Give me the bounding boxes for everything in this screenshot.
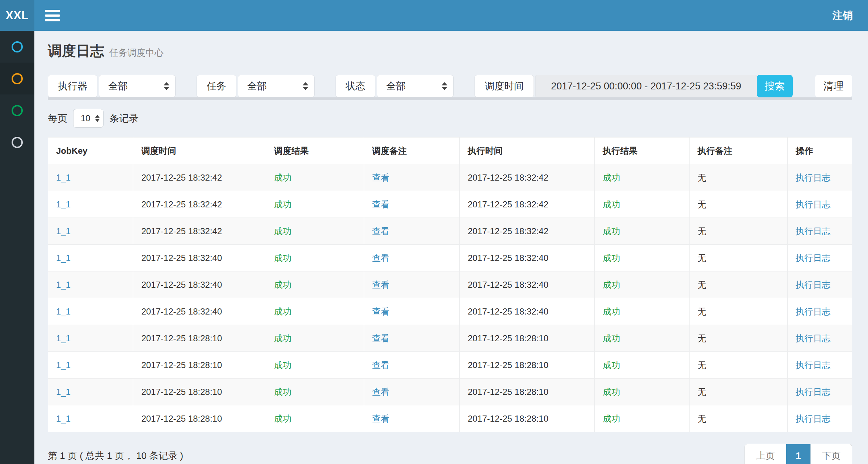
table-row: 1_12017-12-25 18:32:40成功查看2017-12-25 18:… (48, 245, 852, 271)
sidebar-item-job-manage[interactable] (0, 94, 34, 126)
executor-select-value: 全部 (108, 80, 128, 93)
jobkey-link-cell: 1_1 (48, 218, 133, 245)
trigger-msg-link-cell: 查看 (364, 405, 459, 432)
jobkey-link[interactable]: 1_1 (56, 414, 71, 423)
execution-log-link[interactable]: 执行日志 (796, 280, 830, 290)
prev-page-button[interactable]: 上页 (745, 444, 786, 464)
sidebar-item-executor[interactable] (0, 126, 34, 158)
execution-log-link-cell: 执行日志 (788, 405, 852, 432)
execution-log-link-cell: 执行日志 (788, 245, 852, 271)
handle-msg-cell: 无 (690, 191, 788, 218)
trigger-time-cell: 2017-12-25 18:28:10 (133, 405, 266, 432)
handle-time-cell: 2017-12-25 18:32:42 (460, 191, 595, 218)
jobkey-link-cell: 1_1 (48, 405, 133, 432)
handle-result-cell: 成功 (595, 245, 690, 271)
jobkey-link[interactable]: 1_1 (56, 173, 71, 182)
hamburger-icon (45, 19, 60, 21)
jobkey-link[interactable]: 1_1 (56, 280, 71, 290)
trigger-msg-link-cell: 查看 (364, 298, 459, 325)
execution-log-link[interactable]: 执行日志 (796, 253, 830, 263)
handle-time-cell: 2017-12-25 18:28:10 (460, 325, 595, 352)
trigger-msg-link-cell: 查看 (364, 218, 459, 245)
jobkey-link[interactable]: 1_1 (56, 199, 71, 209)
page-size-suffix: 条记录 (109, 112, 139, 125)
trigger-msg-link[interactable]: 查看 (372, 199, 389, 209)
trigger-result-cell: 成功 (266, 245, 364, 271)
clear-button[interactable]: 清理 (815, 75, 852, 97)
trigger-msg-link[interactable]: 查看 (372, 173, 389, 182)
status-filter-group: 状态 全部 (336, 75, 454, 97)
handle-result-cell: 成功 (595, 164, 690, 191)
next-page-button[interactable]: 下页 (810, 444, 852, 464)
select-stepper-icon (303, 82, 308, 90)
trigger-msg-link[interactable]: 查看 (372, 360, 389, 370)
sidebar-toggle-button[interactable] (34, 0, 71, 31)
table-row: 1_12017-12-25 18:32:40成功查看2017-12-25 18:… (48, 271, 852, 298)
jobkey-link[interactable]: 1_1 (56, 333, 71, 343)
current-page-button[interactable]: 1 (786, 444, 810, 464)
trigger-msg-link[interactable]: 查看 (372, 414, 389, 423)
execution-log-link[interactable]: 执行日志 (796, 173, 830, 182)
jobkey-link[interactable]: 1_1 (56, 253, 71, 263)
search-button[interactable]: 搜索 (757, 75, 793, 97)
trigger-msg-link[interactable]: 查看 (372, 387, 389, 397)
column-header-7: 操作 (788, 138, 852, 164)
handle-msg-cell: 无 (690, 352, 788, 379)
trigger-msg-link[interactable]: 查看 (372, 280, 389, 290)
handle-time-cell: 2017-12-25 18:28:10 (460, 379, 595, 405)
log-table-container: JobKey调度时间调度结果调度备注执行时间执行结果执行备注操作 1_12017… (48, 137, 852, 432)
table-row: 1_12017-12-25 18:28:10成功查看2017-12-25 18:… (48, 405, 852, 432)
trigger-msg-link[interactable]: 查看 (372, 307, 389, 316)
trigger-result-cell: 成功 (266, 164, 364, 191)
sidebar-item-dashboard[interactable] (0, 31, 34, 63)
executor-filter-label: 执行器 (48, 75, 97, 97)
executor-select[interactable]: 全部 (99, 75, 176, 97)
logout-link[interactable]: 注销 (833, 0, 868, 31)
trigger-msg-link[interactable]: 查看 (372, 253, 389, 263)
execution-log-link[interactable]: 执行日志 (796, 387, 830, 397)
execution-log-link-cell: 执行日志 (788, 352, 852, 379)
trigger-msg-link-cell: 查看 (364, 379, 459, 405)
execution-log-link[interactable]: 执行日志 (796, 360, 830, 370)
jobkey-link[interactable]: 1_1 (56, 226, 71, 236)
trigger-result-cell: 成功 (266, 352, 364, 379)
handle-result-cell: 成功 (595, 325, 690, 352)
table-row: 1_12017-12-25 18:28:10成功查看2017-12-25 18:… (48, 379, 852, 405)
status-select[interactable]: 全部 (377, 75, 454, 97)
jobkey-link[interactable]: 1_1 (56, 360, 71, 370)
trigger-msg-link[interactable]: 查看 (372, 226, 389, 236)
trigger-time-cell: 2017-12-25 18:28:10 (133, 379, 266, 405)
execution-log-link-cell: 执行日志 (788, 298, 852, 325)
trigger-msg-link[interactable]: 查看 (372, 333, 389, 343)
handle-time-cell: 2017-12-25 18:32:40 (460, 271, 595, 298)
handle-msg-cell: 无 (690, 405, 788, 432)
execution-log-link[interactable]: 执行日志 (796, 333, 830, 343)
execution-log-link[interactable]: 执行日志 (796, 414, 830, 423)
time-range-input[interactable]: 2017-12-25 00:00:00 - 2017-12-25 23:59:5… (535, 75, 757, 97)
trigger-result-cell: 成功 (266, 298, 364, 325)
executor-filter-group: 执行器 全部 (48, 75, 176, 97)
table-row: 1_12017-12-25 18:28:10成功查看2017-12-25 18:… (48, 352, 852, 379)
execution-log-link[interactable]: 执行日志 (796, 307, 830, 316)
execution-log-link-cell: 执行日志 (788, 271, 852, 298)
execution-log-link[interactable]: 执行日志 (796, 199, 830, 209)
sidebar-item-job-log[interactable] (0, 63, 34, 94)
jobkey-link[interactable]: 1_1 (56, 307, 71, 316)
page-size-select[interactable]: 10 (73, 109, 104, 128)
hamburger-icon (45, 10, 60, 12)
trigger-result-cell: 成功 (266, 325, 364, 352)
trigger-time-cell: 2017-12-25 18:32:42 (133, 218, 266, 245)
status-filter-label: 状态 (336, 75, 375, 97)
trigger-time-cell: 2017-12-25 18:32:42 (133, 164, 266, 191)
trigger-time-cell: 2017-12-25 18:32:40 (133, 271, 266, 298)
handle-result-cell: 成功 (595, 271, 690, 298)
column-header-6: 执行备注 (690, 138, 788, 164)
table-row: 1_12017-12-25 18:32:42成功查看2017-12-25 18:… (48, 164, 852, 191)
handle-msg-cell: 无 (690, 379, 788, 405)
jobkey-link[interactable]: 1_1 (56, 387, 71, 397)
execution-log-link[interactable]: 执行日志 (796, 226, 830, 236)
job-select[interactable]: 全部 (238, 75, 315, 97)
pagination-summary: 第 1 页 ( 总共 1 页， 10 条记录 ) (48, 450, 183, 462)
job-select-value: 全部 (247, 80, 267, 93)
jobkey-link-cell: 1_1 (48, 271, 133, 298)
